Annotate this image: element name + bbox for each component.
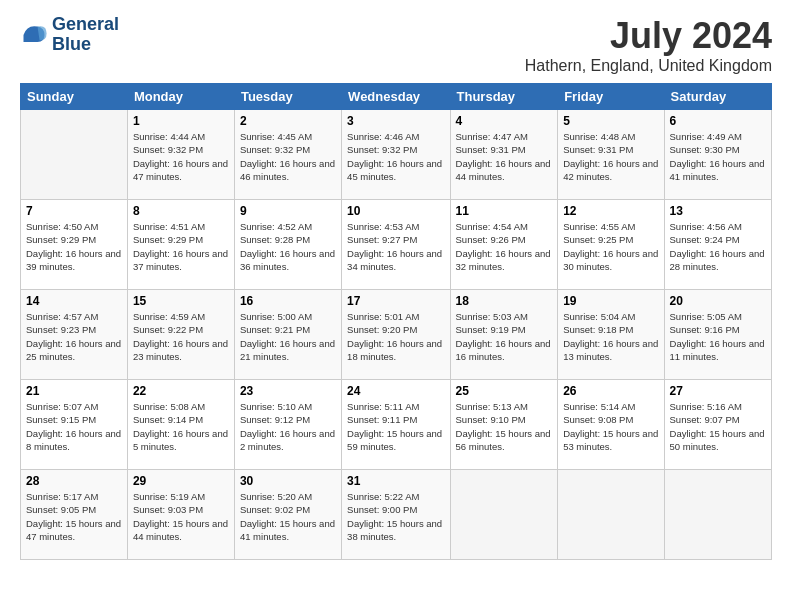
col-saturday: Saturday [664,84,771,110]
logo-icon [20,21,48,49]
location: Hathern, England, United Kingdom [525,57,772,75]
calendar-cell-w5-d2: 30Sunrise: 5:20 AM Sunset: 9:02 PM Dayli… [234,470,341,560]
day-info: Sunrise: 5:01 AM Sunset: 9:20 PM Dayligh… [347,310,444,363]
day-info: Sunrise: 5:03 AM Sunset: 9:19 PM Dayligh… [456,310,553,363]
day-info: Sunrise: 5:00 AM Sunset: 9:21 PM Dayligh… [240,310,336,363]
calendar-cell-w1-d5: 5Sunrise: 4:48 AM Sunset: 9:31 PM Daylig… [558,110,664,200]
day-info: Sunrise: 5:20 AM Sunset: 9:02 PM Dayligh… [240,490,336,543]
day-info: Sunrise: 5:14 AM Sunset: 9:08 PM Dayligh… [563,400,658,453]
logo: General Blue [20,15,119,55]
calendar-cell-w2-d1: 8Sunrise: 4:51 AM Sunset: 9:29 PM Daylig… [127,200,234,290]
day-number: 15 [133,294,229,308]
day-number: 5 [563,114,658,128]
calendar-cell-w4-d4: 25Sunrise: 5:13 AM Sunset: 9:10 PM Dayli… [450,380,558,470]
calendar-cell-w3-d1: 15Sunrise: 4:59 AM Sunset: 9:22 PM Dayli… [127,290,234,380]
day-number: 30 [240,474,336,488]
day-info: Sunrise: 4:51 AM Sunset: 9:29 PM Dayligh… [133,220,229,273]
day-info: Sunrise: 4:50 AM Sunset: 9:29 PM Dayligh… [26,220,122,273]
day-info: Sunrise: 5:17 AM Sunset: 9:05 PM Dayligh… [26,490,122,543]
calendar-cell-w2-d0: 7Sunrise: 4:50 AM Sunset: 9:29 PM Daylig… [21,200,128,290]
day-number: 6 [670,114,766,128]
week-row-4: 21Sunrise: 5:07 AM Sunset: 9:15 PM Dayli… [21,380,772,470]
calendar-cell-w3-d3: 17Sunrise: 5:01 AM Sunset: 9:20 PM Dayli… [342,290,450,380]
month-title: July 2024 [525,15,772,57]
calendar: Sunday Monday Tuesday Wednesday Thursday… [20,83,772,560]
calendar-cell-w3-d4: 18Sunrise: 5:03 AM Sunset: 9:19 PM Dayli… [450,290,558,380]
day-info: Sunrise: 4:44 AM Sunset: 9:32 PM Dayligh… [133,130,229,183]
calendar-cell-w4-d0: 21Sunrise: 5:07 AM Sunset: 9:15 PM Dayli… [21,380,128,470]
day-info: Sunrise: 5:05 AM Sunset: 9:16 PM Dayligh… [670,310,766,363]
day-number: 21 [26,384,122,398]
day-number: 28 [26,474,122,488]
day-info: Sunrise: 5:22 AM Sunset: 9:00 PM Dayligh… [347,490,444,543]
calendar-cell-w2-d2: 9Sunrise: 4:52 AM Sunset: 9:28 PM Daylig… [234,200,341,290]
day-number: 8 [133,204,229,218]
calendar-cell-w4-d3: 24Sunrise: 5:11 AM Sunset: 9:11 PM Dayli… [342,380,450,470]
day-number: 10 [347,204,444,218]
day-number: 7 [26,204,122,218]
calendar-cell-w5-d4 [450,470,558,560]
day-info: Sunrise: 4:56 AM Sunset: 9:24 PM Dayligh… [670,220,766,273]
col-tuesday: Tuesday [234,84,341,110]
calendar-header-row: Sunday Monday Tuesday Wednesday Thursday… [21,84,772,110]
day-number: 13 [670,204,766,218]
day-info: Sunrise: 5:10 AM Sunset: 9:12 PM Dayligh… [240,400,336,453]
calendar-cell-w1-d4: 4Sunrise: 4:47 AM Sunset: 9:31 PM Daylig… [450,110,558,200]
day-info: Sunrise: 4:47 AM Sunset: 9:31 PM Dayligh… [456,130,553,183]
col-thursday: Thursday [450,84,558,110]
calendar-cell-w3-d2: 16Sunrise: 5:00 AM Sunset: 9:21 PM Dayli… [234,290,341,380]
day-number: 14 [26,294,122,308]
day-number: 23 [240,384,336,398]
calendar-cell-w4-d5: 26Sunrise: 5:14 AM Sunset: 9:08 PM Dayli… [558,380,664,470]
day-info: Sunrise: 4:59 AM Sunset: 9:22 PM Dayligh… [133,310,229,363]
day-number: 4 [456,114,553,128]
day-info: Sunrise: 5:13 AM Sunset: 9:10 PM Dayligh… [456,400,553,453]
calendar-cell-w5-d6 [664,470,771,560]
day-number: 2 [240,114,336,128]
day-info: Sunrise: 5:11 AM Sunset: 9:11 PM Dayligh… [347,400,444,453]
col-monday: Monday [127,84,234,110]
day-number: 25 [456,384,553,398]
calendar-cell-w2-d4: 11Sunrise: 4:54 AM Sunset: 9:26 PM Dayli… [450,200,558,290]
logo-text: General Blue [52,15,119,55]
col-sunday: Sunday [21,84,128,110]
page: General Blue July 2024 Hathern, England,… [0,0,792,612]
calendar-cell-w1-d0 [21,110,128,200]
calendar-cell-w3-d6: 20Sunrise: 5:05 AM Sunset: 9:16 PM Dayli… [664,290,771,380]
day-number: 24 [347,384,444,398]
day-info: Sunrise: 4:49 AM Sunset: 9:30 PM Dayligh… [670,130,766,183]
calendar-cell-w1-d2: 2Sunrise: 4:45 AM Sunset: 9:32 PM Daylig… [234,110,341,200]
col-friday: Friday [558,84,664,110]
calendar-cell-w2-d6: 13Sunrise: 4:56 AM Sunset: 9:24 PM Dayli… [664,200,771,290]
day-number: 9 [240,204,336,218]
day-info: Sunrise: 4:55 AM Sunset: 9:25 PM Dayligh… [563,220,658,273]
calendar-cell-w2-d3: 10Sunrise: 4:53 AM Sunset: 9:27 PM Dayli… [342,200,450,290]
week-row-3: 14Sunrise: 4:57 AM Sunset: 9:23 PM Dayli… [21,290,772,380]
day-number: 27 [670,384,766,398]
day-info: Sunrise: 5:07 AM Sunset: 9:15 PM Dayligh… [26,400,122,453]
col-wednesday: Wednesday [342,84,450,110]
day-info: Sunrise: 5:19 AM Sunset: 9:03 PM Dayligh… [133,490,229,543]
day-info: Sunrise: 4:48 AM Sunset: 9:31 PM Dayligh… [563,130,658,183]
day-info: Sunrise: 4:57 AM Sunset: 9:23 PM Dayligh… [26,310,122,363]
day-info: Sunrise: 4:45 AM Sunset: 9:32 PM Dayligh… [240,130,336,183]
day-info: Sunrise: 4:53 AM Sunset: 9:27 PM Dayligh… [347,220,444,273]
day-number: 17 [347,294,444,308]
day-number: 16 [240,294,336,308]
calendar-cell-w3-d5: 19Sunrise: 5:04 AM Sunset: 9:18 PM Dayli… [558,290,664,380]
week-row-1: 1Sunrise: 4:44 AM Sunset: 9:32 PM Daylig… [21,110,772,200]
day-number: 20 [670,294,766,308]
day-number: 22 [133,384,229,398]
day-number: 19 [563,294,658,308]
calendar-cell-w1-d1: 1Sunrise: 4:44 AM Sunset: 9:32 PM Daylig… [127,110,234,200]
week-row-2: 7Sunrise: 4:50 AM Sunset: 9:29 PM Daylig… [21,200,772,290]
day-number: 12 [563,204,658,218]
day-info: Sunrise: 4:54 AM Sunset: 9:26 PM Dayligh… [456,220,553,273]
calendar-cell-w5-d1: 29Sunrise: 5:19 AM Sunset: 9:03 PM Dayli… [127,470,234,560]
calendar-cell-w5-d5 [558,470,664,560]
header: General Blue July 2024 Hathern, England,… [20,15,772,75]
calendar-cell-w1-d3: 3Sunrise: 4:46 AM Sunset: 9:32 PM Daylig… [342,110,450,200]
calendar-cell-w4-d6: 27Sunrise: 5:16 AM Sunset: 9:07 PM Dayli… [664,380,771,470]
calendar-cell-w4-d2: 23Sunrise: 5:10 AM Sunset: 9:12 PM Dayli… [234,380,341,470]
day-info: Sunrise: 4:46 AM Sunset: 9:32 PM Dayligh… [347,130,444,183]
